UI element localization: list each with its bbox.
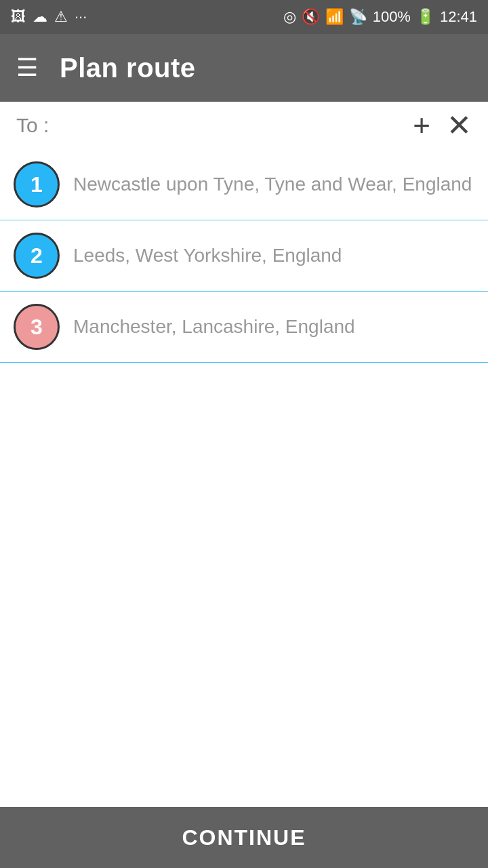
battery-percent: 100% [373, 8, 411, 26]
status-bar: 🖼 ☁ ⚠ ··· ◎ 🔇 📶 📡 100% 🔋 12:41 [0, 0, 488, 34]
dots-icon: ··· [75, 8, 87, 26]
clock: 12:41 [440, 8, 477, 26]
spacer [0, 363, 488, 807]
to-label: To : [16, 114, 49, 137]
continue-button[interactable]: CONTINUE [182, 825, 306, 850]
route-list: 1 Newcastle upon Tyne, Tyne and Wear, En… [0, 149, 488, 363]
route-badge-3: 3 [14, 304, 60, 350]
location-icon: ◎ [283, 8, 296, 26]
status-left: 🖼 ☁ ⚠ ··· [11, 8, 87, 26]
list-item[interactable]: 2 Leeds, West Yorkshire, England [0, 220, 488, 292]
route-badge-1: 1 [14, 161, 60, 208]
list-item[interactable]: 1 Newcastle upon Tyne, Tyne and Wear, En… [0, 149, 488, 220]
warning-icon: ⚠ [54, 8, 68, 26]
app-bar: ☰ Plan route [0, 34, 488, 102]
main-content: To : + ✕ 1 Newcastle upon Tyne, Tyne and… [0, 102, 488, 807]
route-location-2: Leeds, West Yorkshire, England [73, 245, 474, 267]
to-row: To : + ✕ [0, 102, 488, 149]
signal-icon: 📡 [349, 8, 367, 26]
route-badge-2: 2 [14, 233, 60, 279]
route-location-3: Manchester, Lancashire, England [73, 316, 474, 338]
cloud-icon: ☁ [33, 8, 47, 26]
page-title: Plan route [60, 53, 196, 83]
close-button[interactable]: ✕ [447, 111, 472, 140]
route-location-1: Newcastle upon Tyne, Tyne and Wear, Engl… [73, 174, 474, 195]
to-actions: + ✕ [413, 111, 472, 140]
mute-icon: 🔇 [302, 8, 320, 26]
image-icon: 🖼 [11, 8, 26, 26]
bottom-bar: CONTINUE [0, 807, 488, 868]
add-waypoint-button[interactable]: + [413, 111, 430, 140]
battery-icon: 🔋 [416, 8, 434, 26]
menu-icon[interactable]: ☰ [16, 56, 38, 80]
wifi-icon: 📶 [325, 8, 344, 26]
list-item[interactable]: 3 Manchester, Lancashire, England [0, 292, 488, 363]
status-right: ◎ 🔇 📶 📡 100% 🔋 12:41 [283, 8, 477, 26]
